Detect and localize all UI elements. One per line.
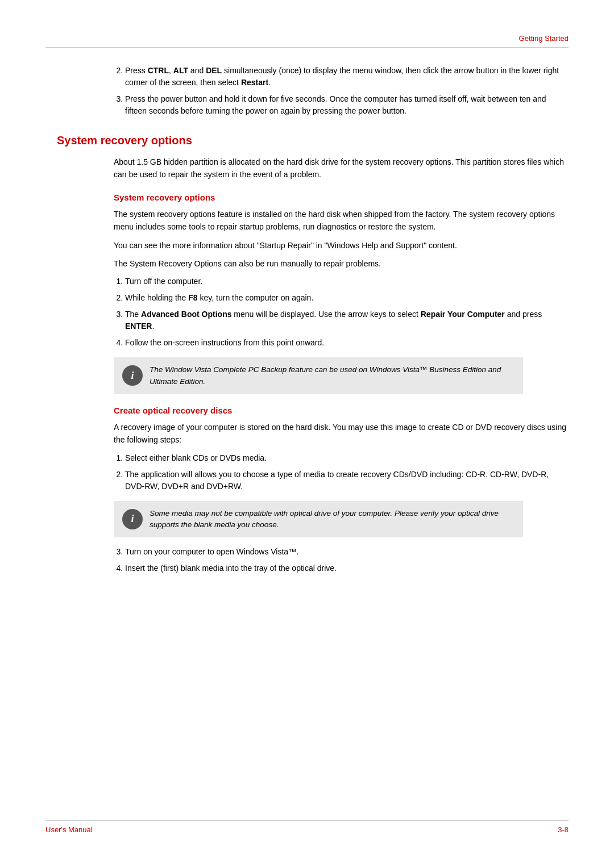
system-recovery-body2: You can see the more information about "… (114, 239, 569, 252)
create-recovery-intro-text: A recovery image of your computer is sto… (114, 421, 569, 446)
recovery-step-2: While holding the F8 key, turn the compu… (125, 292, 569, 304)
intro-step-2: Press CTRL, ALT and DEL simultaneously (… (125, 65, 569, 89)
footer-right: 3-8 (558, 825, 569, 834)
intro-step-3: Press the power button and hold it down … (125, 93, 569, 117)
create-step-4: Insert the (first) blank media into the … (125, 562, 569, 574)
recovery-step-3: The Advanced Boot Options menu will be d… (125, 308, 569, 332)
intro-steps: Press CTRL, ALT and DEL simultaneously (… (45, 65, 569, 117)
footer-left: User's Manual (45, 825, 93, 834)
info-box-2: i Some media may not be compatible with … (114, 501, 523, 538)
content-area: Press CTRL, ALT and DEL simultaneously (… (0, 65, 614, 603)
info-box-2-text: Some media may not be compatible with op… (150, 508, 515, 531)
create-step-2: The application will allows you to choos… (125, 469, 569, 493)
header-section: Getting Started (0, 0, 614, 65)
page: Getting Started Press CTRL, ALT and DEL … (0, 0, 614, 868)
header-title: Getting Started (45, 34, 569, 48)
recovery-step-1: Turn off the computer. (125, 276, 569, 287)
create-recovery-intro: A recovery image of your computer is sto… (45, 421, 569, 446)
info-icon-2: i (122, 509, 143, 529)
recovery-step-4: Follow the on-screen instructions from t… (125, 337, 569, 349)
system-recovery-body1: The system recovery options feature is i… (114, 208, 569, 233)
info-box-1-text: The Window Vista Complete PC Backup feat… (150, 364, 515, 387)
info-box-1: i The Window Vista Complete PC Backup fe… (114, 357, 523, 394)
footer: User's Manual 3-8 (45, 820, 569, 834)
create-step-1: Select either blank CDs or DVDs media. (125, 452, 569, 464)
create-recovery-steps-3-4: Turn on your computer to open Windows Vi… (45, 546, 569, 574)
info-icon-1: i (122, 365, 143, 386)
create-step-3: Turn on your computer to open Windows Vi… (125, 546, 569, 558)
system-recovery-steps: Turn off the computer. While holding the… (45, 276, 569, 349)
system-recovery-body: The system recovery options feature is i… (45, 208, 569, 270)
create-recovery-title: Create optical recovery discs (114, 406, 569, 415)
system-recovery-body3: The System Recovery Options can also be … (114, 257, 569, 270)
create-recovery-steps-1-2: Select either blank CDs or DVDs media. T… (45, 452, 569, 493)
system-recovery-intro: About 1.5 GB hidden partition is allocat… (45, 156, 569, 181)
system-recovery-subsection-title: System recovery options (114, 193, 569, 202)
system-recovery-main-title: System recovery options (45, 134, 569, 147)
